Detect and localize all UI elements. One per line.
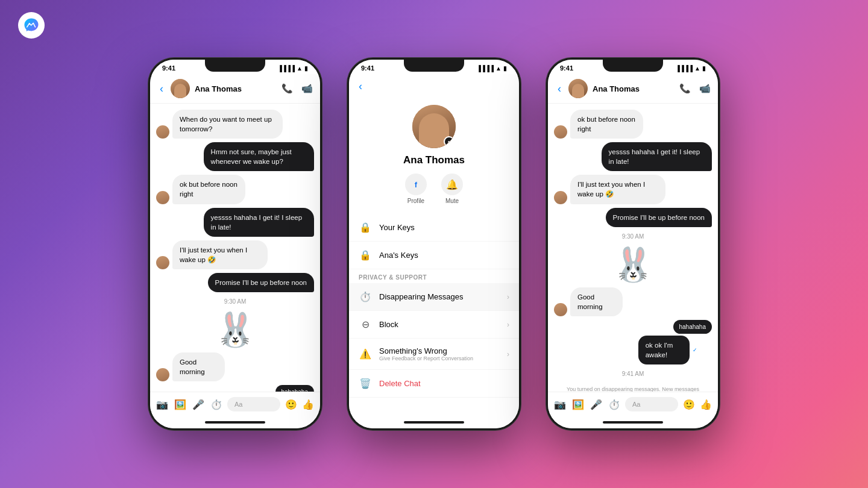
profile-btn[interactable]: f Profile: [405, 174, 427, 204]
menu-item-block[interactable]: ⊖ Block ›: [349, 311, 519, 339]
timestamp-p3-2: 9:41 AM: [554, 371, 712, 377]
disappearing-label: Disappearing Messages: [379, 292, 500, 301]
text-input-1[interactable]: Aa: [227, 397, 280, 411]
timestamp-p3: 9:30 AM: [554, 233, 712, 240]
emoji-btn-1[interactable]: 🙂: [285, 399, 297, 410]
thumb-btn-3[interactable]: 👍: [700, 399, 712, 410]
input-icons-3: 📷 🖼️ 🎤 ⏱️: [554, 399, 620, 410]
avatar-1: [171, 79, 190, 98]
warning-icon: ⚠️: [359, 348, 372, 360]
phone-icon-3[interactable]: 📞: [679, 83, 691, 94]
thumb-btn-1[interactable]: 👍: [302, 399, 314, 410]
menu-item-delete-chat[interactable]: 🗑️ Delete Chat: [349, 370, 519, 398]
block-label: Block: [379, 320, 500, 329]
msg-bubble-4: yessss hahaha I get it! I sleep in late!: [204, 208, 314, 237]
text-input-3[interactable]: Aa: [625, 397, 678, 411]
sticker-1: 🐰: [156, 313, 314, 346]
mic-icon-3[interactable]: 🎤: [590, 399, 602, 410]
menu-item-disappearing[interactable]: ⏱️ Disappearing Messages ›: [349, 283, 519, 311]
timer-icon-1[interactable]: ⏱️: [210, 399, 222, 410]
online-indicator: ●: [444, 136, 454, 147]
msg-bubble-p3-2: yessss hahaha I get it! I sleep in late!: [602, 142, 712, 171]
notch-2: [404, 60, 464, 72]
image-icon-3[interactable]: 🖼️: [572, 399, 584, 410]
msg-bubble-2: Hmm not sure, maybe just whenever we wak…: [204, 142, 314, 171]
battery-icon-1: ▮: [304, 65, 308, 72]
messenger-logo: [18, 12, 45, 39]
chevron-disappearing: ›: [507, 293, 509, 301]
msg-avatar-3: [156, 191, 169, 204]
back-button-3[interactable]: ‹: [555, 83, 564, 95]
msg-bubble-p3-1: ok but before noon right: [570, 110, 643, 139]
contact-name-1: Ana Thomas: [195, 84, 277, 93]
video-icon-1[interactable]: 📹: [301, 83, 313, 94]
menu-item-your-keys[interactable]: 🔒 Your Keys: [349, 214, 519, 242]
status-icons-1: ▐▐▐▐ ▲ ▮: [278, 65, 308, 72]
chat-input-bar-3: 📷 🖼️ 🎤 ⏱️ Aa 🙂 👍: [548, 392, 718, 416]
msg-avatar-5: [156, 256, 169, 269]
phone-icon-1[interactable]: 📞: [281, 83, 293, 94]
profile-avatar-large: ●: [412, 105, 456, 148]
battery-icon-3: ▮: [702, 65, 706, 72]
msg-row-5: I'll just text you when I wake up 🤣: [156, 240, 292, 269]
status-icons-3: ▐▐▐▐ ▲ ▮: [676, 65, 706, 72]
timer-icon-3[interactable]: ⏱️: [608, 399, 620, 410]
phone-2: 9:41 ▐▐▐▐ ▲ ▮ ‹ ●: [347, 57, 521, 431]
mute-btn[interactable]: 🔔 Mute: [441, 174, 463, 204]
sent-group-p3: hahahaha ok ok I'm awake! ✓: [638, 320, 712, 364]
mic-icon-1[interactable]: 🎤: [192, 399, 204, 410]
sent-group-1: hahahaha ok ok I'm awake! ✓: [241, 385, 314, 392]
notch-3: [603, 60, 663, 72]
back-button-2[interactable]: ‹: [359, 80, 362, 93]
camera-icon-3[interactable]: 📷: [554, 399, 566, 410]
privacy-section-label: PRIVACY & SUPPORT: [349, 269, 519, 283]
disappearing-icon: ⏱️: [359, 291, 372, 302]
home-indicator-1: [150, 416, 320, 428]
delete-chat-label: Delete Chat: [379, 379, 509, 388]
menu-item-something-wrong[interactable]: ⚠️ Something's Wrong Give Feedback or Re…: [349, 339, 519, 370]
back-button-1[interactable]: ‹: [157, 83, 166, 95]
battery-icon-2: ▮: [503, 65, 507, 72]
home-bar-2: [404, 421, 464, 424]
signal-icon-3: ▐▐▐▐: [676, 65, 693, 72]
block-icon: ⊖: [359, 319, 372, 330]
chat-input-bar-1: 📷 🖼️ 🎤 ⏱️ Aa 🙂 👍: [150, 392, 320, 416]
menu-item-anas-keys[interactable]: 🔒 Ana's Keys: [349, 242, 519, 269]
msg-row-p3-7: Good morning: [554, 287, 629, 316]
msg-bubble-p3-9: ok ok I'm awake!: [638, 336, 690, 364]
check-p3-1: ✓: [693, 347, 697, 353]
profile-header: ‹: [349, 74, 519, 99]
video-icon-3[interactable]: 📹: [699, 83, 711, 94]
phone-1: 9:41 ▐▐▐▐ ▲ ▮ ‹ Ana Thomas 📞 📹: [148, 57, 322, 431]
lock-icon-2: 🔒: [359, 249, 372, 261]
status-time-2: 9:41: [361, 64, 374, 72]
emoji-btn-3[interactable]: 🙂: [683, 399, 695, 410]
profile-name: Ana Thomas: [403, 154, 465, 166]
contact-name-3: Ana Thomas: [593, 84, 675, 93]
msg-bubble-3: ok but before noon right: [172, 175, 245, 204]
signal-icon-2: ▐▐▐▐: [477, 65, 494, 72]
phones-container: 9:41 ▐▐▐▐ ▲ ▮ ‹ Ana Thomas 📞 📹: [0, 0, 868, 488]
status-time-3: 9:41: [560, 64, 573, 72]
input-icons-1: 📷 🖼️ 🎤 ⏱️: [156, 399, 222, 410]
msg-bubble-5: I'll just text you when I wake up 🤣: [172, 240, 268, 269]
camera-icon-1[interactable]: 📷: [156, 399, 168, 410]
profile-screen: ‹ ● Ana Thomas f: [349, 74, 519, 416]
header-icons-3: 📞 📹: [679, 83, 711, 94]
status-icons-2: ▐▐▐▐ ▲ ▮: [477, 65, 507, 72]
timestamp-1: 9:30 AM: [156, 298, 314, 305]
msg-avatar-1: [156, 125, 169, 139]
chat-header-1: ‹ Ana Thomas 📞 📹: [150, 74, 320, 104]
your-keys-label: Your Keys: [379, 223, 509, 232]
msg-avatar-p3-1: [554, 125, 567, 139]
something-wrong-group: Something's Wrong Give Feedback or Repor…: [379, 346, 500, 361]
home-bar-1: [205, 421, 265, 424]
wifi-icon-2: ▲: [495, 65, 502, 72]
image-icon-1[interactable]: 🖼️: [174, 399, 186, 410]
notch-1: [205, 60, 265, 72]
avatar-3: [568, 79, 588, 98]
status-time-1: 9:41: [162, 64, 175, 72]
msg-row-p3-3: I'll just text you when I wake up 🤣: [554, 175, 690, 204]
chevron-block: ›: [507, 321, 509, 329]
msg-avatar-p3-3: [554, 191, 567, 204]
